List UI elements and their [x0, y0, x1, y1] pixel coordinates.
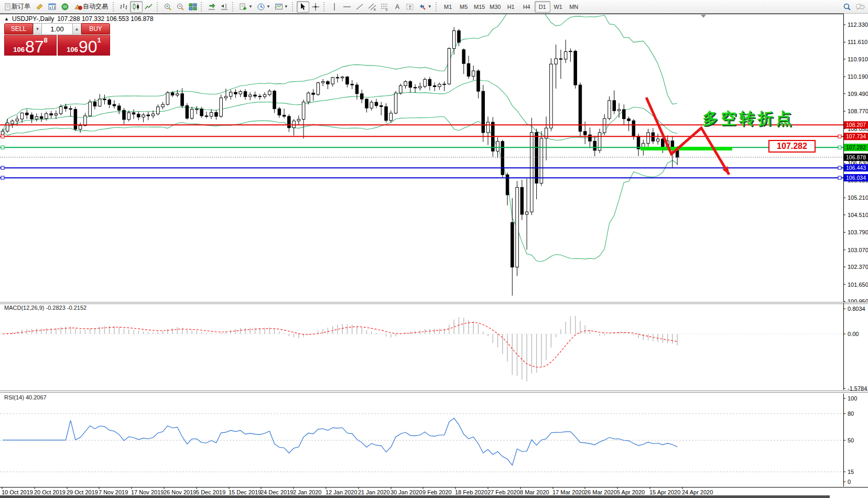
- text-icon: A: [393, 3, 402, 11]
- horizontal-scrollbar[interactable]: [0, 495, 830, 498]
- market-watch-button[interactable]: [34, 1, 46, 13]
- buy-button[interactable]: BUY: [81, 23, 110, 35]
- timeframe-button-d1[interactable]: D1: [535, 1, 550, 13]
- timeframe-button-m30[interactable]: M30: [487, 1, 503, 13]
- text-label-tool[interactable]: T: [404, 1, 416, 13]
- chart-window-button[interactable]: [46, 1, 59, 13]
- buy-price-base: 106: [67, 46, 78, 53]
- fibonacci-tool[interactable]: F: [378, 1, 391, 13]
- volume-input[interactable]: 1.00: [42, 23, 72, 35]
- toolbar-grip: [292, 2, 295, 12]
- vertical-line-icon: [330, 3, 339, 11]
- line-handle: [838, 146, 841, 149]
- tile-windows-icon: [189, 3, 197, 11]
- candlestick-chart-button[interactable]: [130, 1, 143, 13]
- date-label: 17 Mar 2020: [552, 489, 585, 495]
- zoom-in-button[interactable]: [161, 1, 174, 13]
- chart-shift-icon: [220, 3, 229, 11]
- svg-text:F: F: [386, 8, 388, 11]
- connection-button[interactable]: [59, 1, 71, 13]
- rsi-axis[interactable]: 1008050150: [843, 394, 857, 486]
- timeframe-button-h4[interactable]: H4: [519, 1, 535, 13]
- search-button[interactable]: [841, 1, 853, 13]
- market-watch-icon: [36, 3, 44, 11]
- dropdown-caret: ▼: [428, 4, 432, 9]
- text-label-icon: T: [406, 3, 414, 11]
- toolbar-right: [841, 1, 867, 13]
- trendline-icon: [355, 3, 364, 11]
- new-order-icon: [4, 3, 12, 10]
- line-handle: [1, 135, 4, 138]
- price-axis[interactable]: 112.330111.610110.910110.190109.490108.7…: [843, 14, 868, 302]
- date-label: 2 Jan 2020: [293, 489, 321, 495]
- line-handle: [1, 146, 4, 149]
- price-badge-label: 106.034: [846, 175, 866, 181]
- chart-shift-button[interactable]: [218, 1, 231, 13]
- axis-tick-label: 103.790: [848, 229, 868, 235]
- buy-price-button[interactable]: 106 90 1: [58, 35, 110, 56]
- candles: [1, 27, 679, 296]
- zoom-out-button[interactable]: [174, 1, 187, 13]
- auto-trading-button[interactable]: 自动交易: [71, 1, 111, 13]
- crosshair-tool-button[interactable]: [309, 1, 322, 13]
- channel-icon: E: [368, 3, 376, 11]
- macd-plot: [0, 316, 843, 382]
- trend-annotation-text[interactable]: 多空转折点: [702, 108, 794, 129]
- chart-ohlc-values: 107.288 107.332 106.553 106.878: [57, 15, 154, 23]
- trendline-tool[interactable]: [353, 1, 366, 13]
- date-label: 9 Feb 2020: [422, 489, 452, 495]
- axis-tick-label: 80: [848, 410, 854, 417]
- macd-panel[interactable]: 0.80340.00-1.5784: [0, 302, 868, 391]
- line-chart-button[interactable]: [143, 1, 155, 13]
- new-chart-button[interactable]: ▼: [237, 1, 255, 13]
- date-label: 21 Jan 2020: [358, 489, 390, 495]
- rsi-panel[interactable]: 1008050150: [0, 393, 868, 487]
- community-button[interactable]: [853, 1, 867, 13]
- panel-separator[interactable]: [0, 391, 868, 393]
- new-order-button[interactable]: 新订单: [1, 1, 34, 13]
- date-label: 12 Jan 2020: [326, 489, 357, 495]
- macd-label: MACD(12,26,9) -0.2823 -0.2152: [4, 305, 86, 311]
- arrows-tool[interactable]: ▼: [416, 1, 434, 13]
- bar-chart-button[interactable]: [117, 1, 130, 13]
- templates-button[interactable]: ▼: [273, 1, 290, 13]
- date-label: 24 Dec 2019: [261, 489, 293, 495]
- support-zone-highlight[interactable]: [641, 147, 732, 150]
- horizontal-line-icon: [343, 3, 351, 11]
- timeframe-button-m5[interactable]: M5: [456, 1, 472, 13]
- tile-windows-button[interactable]: [187, 1, 199, 13]
- horizontal-line-tool[interactable]: [341, 1, 353, 13]
- bar-chart-icon: [120, 3, 128, 11]
- profiles-button[interactable]: ▼: [255, 1, 273, 13]
- mt4-window: 新订单 自动交易: [0, 0, 868, 498]
- svg-text:T: T: [408, 4, 411, 9]
- axis-tick-label: 50: [848, 437, 854, 443]
- chart-window-icon: [48, 3, 57, 11]
- sell-price-button[interactable]: 106 87 8: [4, 35, 57, 56]
- auto-scroll-button[interactable]: [205, 1, 218, 13]
- toolbar-grip: [201, 2, 204, 12]
- cursor-tool-button[interactable]: [297, 1, 309, 13]
- text-tool[interactable]: A: [391, 1, 404, 13]
- sell-price-pip: 8: [44, 36, 48, 44]
- main-price-chart[interactable]: 112.330111.610110.910110.190109.490108.7…: [0, 14, 868, 302]
- auto-scroll-icon: [208, 3, 216, 11]
- price-level-label[interactable]: 107.282: [768, 140, 816, 153]
- vertical-line-tool[interactable]: [328, 1, 341, 13]
- toolbar: 新订单 自动交易: [0, 0, 868, 14]
- channel-tool[interactable]: E: [366, 1, 378, 13]
- volume-decrease-button[interactable]: ▼: [33, 23, 42, 35]
- rsi-line: [3, 418, 677, 465]
- macd-axis[interactable]: 0.80340.00-1.5784: [843, 303, 867, 391]
- zoom-out-icon: [176, 3, 185, 11]
- macd-signal-line: [3, 322, 677, 367]
- sell-button[interactable]: SELL: [4, 23, 33, 35]
- volume-increase-button[interactable]: ▲: [72, 23, 81, 35]
- timeframe-button-m15[interactable]: M15: [472, 1, 487, 13]
- axis-tick-label: 101.650: [848, 282, 868, 288]
- collapse-triangle-icon[interactable]: ▲: [4, 16, 9, 21]
- timeframe-button-h1[interactable]: H1: [503, 1, 519, 13]
- timeframe-button-w1[interactable]: W1: [550, 1, 566, 13]
- timeframe-button-mn[interactable]: MN: [566, 1, 582, 13]
- timeframe-button-m1[interactable]: M1: [440, 1, 456, 13]
